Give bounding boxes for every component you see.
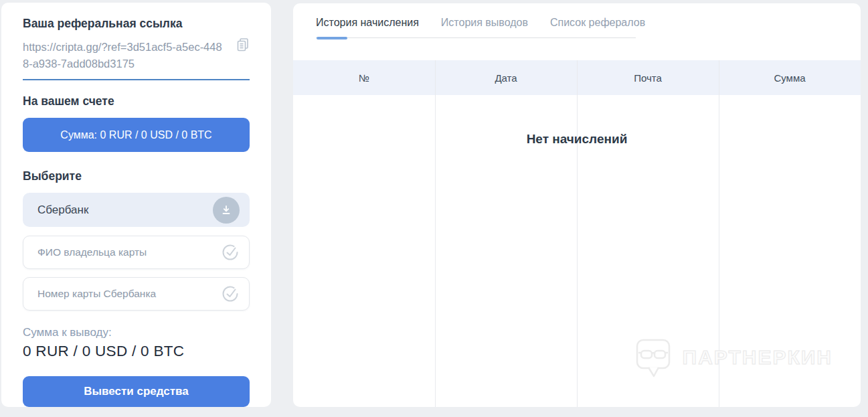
partnerkin-logo-icon bbox=[636, 337, 673, 382]
column-divider bbox=[435, 60, 436, 407]
history-panel: История начисления История выводов Списо… bbox=[293, 3, 861, 407]
referral-link-row: https://cripta.gg/?ref=3d51acf5-a5ec-448… bbox=[23, 39, 250, 80]
tab-referral-list[interactable]: Список рефералов bbox=[550, 17, 645, 29]
accrual-table: № Дата Почта Сумма Нет начислений bbox=[293, 60, 861, 407]
column-header-date: Дата bbox=[435, 72, 577, 84]
tab-accrual-history[interactable]: История начисления bbox=[316, 17, 419, 29]
download-circle-icon bbox=[213, 197, 240, 224]
watermark: ПАРТНЕРКИН bbox=[636, 337, 833, 382]
bank-select[interactable]: Сбербанк bbox=[23, 193, 250, 227]
choose-title: Выберите bbox=[23, 169, 250, 183]
column-divider bbox=[577, 60, 578, 407]
card-number-field-wrap bbox=[23, 277, 250, 311]
bank-select-value: Сбербанк bbox=[37, 203, 88, 217]
copy-icon[interactable] bbox=[236, 37, 250, 55]
tab-withdrawal-history[interactable]: История выводов bbox=[441, 17, 528, 29]
column-header-number: № bbox=[293, 72, 435, 84]
withdraw-button[interactable]: Вывести средства bbox=[23, 376, 250, 407]
referral-link-title: Ваша реферальная ссылка bbox=[23, 17, 250, 30]
card-number-input[interactable] bbox=[23, 277, 250, 311]
check-circle-icon bbox=[222, 285, 239, 305]
tabs: История начисления История выводов Списо… bbox=[316, 17, 636, 38]
column-divider bbox=[719, 60, 719, 407]
watermark-text: ПАРТНЕРКИН bbox=[683, 347, 833, 371]
referral-link[interactable]: https://cripta.gg/?ref=3d51acf5-a5ec-448… bbox=[23, 39, 227, 72]
card-owner-input[interactable] bbox=[23, 236, 250, 269]
table-body: Нет начислений ПАРТНЕРКИН bbox=[293, 95, 861, 407]
withdraw-sum-value: 0 RUR / 0 USD / 0 BTC bbox=[23, 343, 250, 360]
card-owner-field-wrap bbox=[23, 236, 250, 269]
withdraw-panel: Ваша реферальная ссылка https://cripta.g… bbox=[1, 3, 271, 407]
column-header-email: Почта bbox=[577, 72, 719, 84]
balance-pill[interactable]: Сумма: 0 RUR / 0 USD / 0 BTC bbox=[23, 118, 250, 152]
check-circle-icon bbox=[222, 244, 239, 264]
withdraw-sum-label: Сумма к выводу: bbox=[23, 326, 250, 339]
empty-state-text: Нет начислений bbox=[293, 132, 861, 147]
account-title: На вашем счете bbox=[23, 94, 250, 108]
column-header-amount: Сумма bbox=[719, 72, 861, 84]
